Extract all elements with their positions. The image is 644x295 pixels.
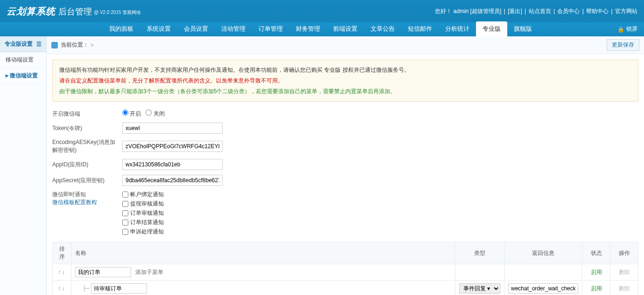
crumb-label: 当前位置： [61,41,89,49]
status-toggle[interactable]: 启用 [591,269,602,275]
menu-table: 排序名称类型返回信息状态操作 ↑↓ 添加子菜单启用删除↑↓├─事件回复 ▾启用删… [52,242,638,295]
return-input[interactable] [508,283,578,294]
table-header: 类型 [455,242,504,264]
menu-name-input[interactable] [75,267,131,277]
header-link-official[interactable]: 官方网站 [615,8,637,14]
user-role: [超级管理员] [470,8,502,14]
notify-checkbox[interactable]: 申诉处理通知 [122,228,164,236]
token-label: Token(令牌) [52,124,122,132]
nav-tab[interactable]: 会员设置 [177,21,215,36]
app-header: 云划算系统 后台管理 @ V2.0 2015 雪鹿网络 您好！ admin [超… [0,0,644,22]
table-header: 操作 [610,242,638,264]
save-button[interactable]: 更新保存 [607,39,639,51]
breadcrumb: 当前位置： > 更新保存 [47,36,644,54]
logo-version: @ V2.0 2015 雪鹿网络 [94,9,141,18]
enable-on-radio[interactable]: 开启 [122,110,141,118]
nav-tab[interactable]: 旗舰版 [507,21,539,36]
crumb-sep: > [91,42,94,48]
table-header: 名称 [71,242,455,264]
appid-input[interactable] [122,159,223,170]
sidebar: 专业版设置 ☰ 移动端设置微信端设置 [0,36,47,295]
user-link[interactable]: admin [454,8,469,14]
header-link-home[interactable]: 站点首页 [529,8,551,14]
notice-box: 微信端所有功能均针对买家用户开发，不支持商家用户任何操作及通知。在使用本功能前，… [52,60,638,102]
aes-label: EncodingAESKey(消息加解密密钥) [52,138,122,154]
lock-icon: 🔒 [617,26,624,33]
logo-sub: 后台管理 [58,6,92,17]
appsecret-input[interactable] [122,175,223,186]
sidebar-title: 专业版设置 ☰ [0,36,46,52]
nav-tab[interactable]: 分析统计 [439,21,476,36]
table-header: 状态 [582,242,610,264]
greeting: 您好！ [435,8,452,14]
notify-checkbox[interactable]: 订单结算通知 [122,219,164,226]
notify-checkbox[interactable]: 帐户绑定通知 [122,191,164,199]
nav-tab[interactable]: 订单管理 [252,21,289,36]
main-nav: 我的面板系统设置会员设置活动管理订单管理财务管理前端设置文章公告短信邮件分析统计… [0,22,644,36]
tree-branch-icon: ├─ [83,285,89,292]
notice-line-2: 请在自定义配置微信菜单前，充分了解所配置项所代表的含义。以免带来意外导致不可用。 [59,75,631,86]
notice-line-1: 微信端所有功能均针对买家用户开发，不支持商家用户任何操作及通知。在使用本功能前，… [59,65,631,75]
delete-button[interactable]: 删除 [619,269,630,275]
table-header: 排序 [53,242,71,264]
add-submenu-link[interactable]: 添加子菜单 [135,269,163,275]
logo: 云划算系统 后台管理 @ V2.0 2015 雪鹿网络 [7,5,141,18]
status-toggle[interactable]: 启用 [591,285,602,292]
enable-label: 开启微信端 [52,110,122,118]
main-content: 当前位置： > 更新保存 微信端所有功能均针对买家用户开发，不支持商家用户任何操… [47,36,644,295]
table-header: 返回信息 [504,242,582,264]
header-userbar: 您好！ admin [超级管理员] | [退出] | 站点首页 | 会员中心 |… [435,7,637,15]
nav-tab[interactable]: 我的面板 [103,21,140,36]
sort-handle[interactable]: ↑↓ [58,285,66,292]
home-icon[interactable] [51,42,58,48]
notify-checkbox[interactable]: 提现审核通知 [122,200,164,208]
nav-tab[interactable]: 财务管理 [289,21,327,36]
notice-line-3: 由于微信限制，默认最多只能添加3个一级分类（各分类可添加5个二级分类），若您需要… [59,86,631,97]
nav-tab[interactable]: 系统设置 [140,21,177,36]
aes-input[interactable] [122,141,223,152]
lock-screen-button[interactable]: 🔒 锁屏 [611,22,644,36]
notify-label: 微信即时通知 微信模板配置教程 [52,191,122,206]
nav-tab[interactable]: 前端设置 [327,21,364,36]
token-input[interactable] [122,123,223,134]
table-row: ↑↓├─事件回复 ▾启用删除 [53,281,638,295]
sidebar-item[interactable]: 移动端设置 [0,52,46,68]
nav-tab[interactable]: 短信邮件 [401,21,439,36]
header-link-help[interactable]: 帮助中心 [586,8,609,14]
settings-form: 开启微信端 开启 关闭 Token(令牌) EncodingAESKey(消息加… [47,107,644,295]
sidebar-item[interactable]: 微信端设置 [0,68,46,84]
nav-tab[interactable]: 专业版 [476,21,507,36]
header-link-member[interactable]: 会员中心 [557,8,580,14]
notify-checkbox[interactable]: 订单审核通知 [122,209,164,217]
appsecret-label: AppSecret(应用密钥) [52,177,122,185]
delete-button[interactable]: 删除 [619,285,630,292]
collapse-icon[interactable]: ☰ [36,41,42,48]
enable-off-radio[interactable]: 关闭 [146,110,164,118]
nav-tab[interactable]: 活动管理 [215,21,252,36]
table-row: ↑↓ 添加子菜单启用删除 [53,264,638,281]
logo-main: 云划算系统 [7,5,56,18]
notify-guide-link[interactable]: 微信模板配置教程 [52,199,118,206]
sort-handle[interactable]: ↑↓ [58,269,66,275]
appid-label: AppID(应用ID) [52,161,122,169]
logout-link[interactable]: [退出] [508,8,522,14]
type-select[interactable]: 事件回复 ▾ [459,283,500,294]
nav-tab[interactable]: 文章公告 [364,21,401,36]
menu-name-input[interactable] [91,283,147,294]
